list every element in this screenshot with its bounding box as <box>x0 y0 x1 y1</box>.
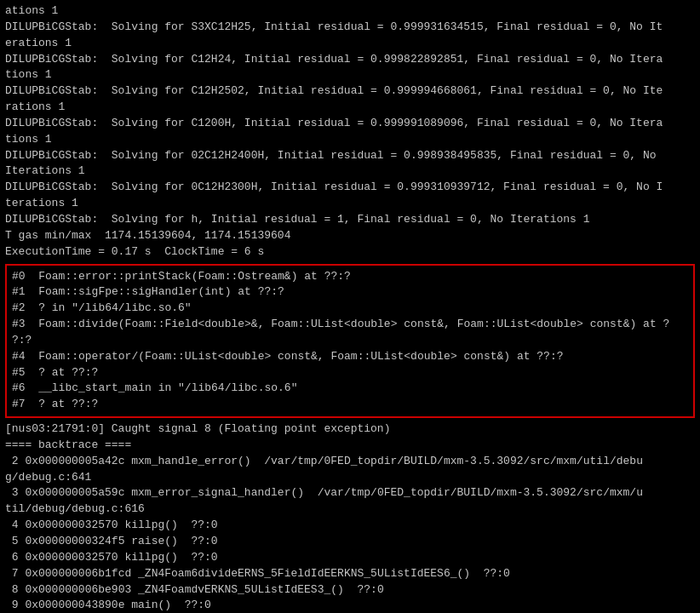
error-line-7: #6 __libc_start_main in "/lib64/libc.so.… <box>12 381 688 397</box>
line-3: erations 1 <box>5 36 695 52</box>
line-7: rations 1 <box>5 100 695 116</box>
signal-line-8: 6 0x000000032570 killpg() ??:0 <box>5 550 695 566</box>
line-8: DILUPBiCGStab: Solving for C1200H, Initi… <box>5 116 695 132</box>
line-10: DILUPBiCGStab: Solving for 02C12H2400H, … <box>5 148 695 164</box>
line-15: T gas min/max 1174.15139604, 1174.151396… <box>5 228 695 244</box>
error-line-4: ?:? <box>12 333 688 349</box>
line-6: DILUPBiCGStab: Solving for C12H2502, Ini… <box>5 83 695 100</box>
signal-line-3: g/debug.c:641 <box>5 470 695 486</box>
line-9: tions 1 <box>5 132 695 148</box>
error-stack-section: #0 Foam::error::printStack(Foam::Ostream… <box>5 264 695 419</box>
signal-line-4: 3 0x000000005a59c mxm_error_signal_handl… <box>5 485 695 501</box>
line-13: terations 1 <box>5 196 695 212</box>
signal-line-5: til/debug/debug.c:616 <box>5 501 695 518</box>
solver-output-section: ations 1 DILUPBiCGStab: Solving for S3XC… <box>5 3 695 261</box>
error-line-2: #2 ? in "/lib64/libc.so.6" <box>12 301 688 317</box>
error-line-1: #1 Foam::sigFpe::sigHandler(int) at ??:? <box>12 284 688 301</box>
signal-line-6: 4 0x000000032570 killpg() ??:0 <box>5 518 695 534</box>
signal-line-7: 5 0x00000000324f5 raise() ??:0 <box>5 534 695 550</box>
signal-line-2: 2 0x000000005a42c mxm_handle_error() /va… <box>5 454 695 470</box>
signal-line-11: 9 0x000000043890e main() ??:0 <box>5 598 695 613</box>
line-1: ations 1 <box>5 3 695 20</box>
line-2: DILUPBiCGStab: Solving for S3XC12H25, In… <box>5 20 695 36</box>
signal-output-section: [nus03:21791:0] Caught signal 8 (Floatin… <box>5 421 695 613</box>
signal-line-9: 7 0x000000006b1fcd _ZN4Foam6divideERNS_5… <box>5 566 695 582</box>
signal-line-0: [nus03:21791:0] Caught signal 8 (Floatin… <box>5 421 695 438</box>
line-11: Iterations 1 <box>5 163 695 180</box>
error-line-3: #3 Foam::divide(Foam::Field<double>&, Fo… <box>12 317 688 333</box>
error-line-0: #0 Foam::error::printStack(Foam::Ostream… <box>12 269 688 285</box>
line-12: DILUPBiCGStab: Solving for 0C12H2300H, I… <box>5 180 695 196</box>
line-4: DILUPBiCGStab: Solving for C12H24, Initi… <box>5 52 695 68</box>
signal-line-1: ==== backtrace ==== <box>5 438 695 454</box>
error-line-6: #5 ? at ??:? <box>12 365 688 381</box>
line-5: tions 1 <box>5 67 695 83</box>
signal-line-10: 8 0x000000006be903 _ZN4FoamdvERKNS_5ULis… <box>5 582 695 599</box>
error-line-8: #7 ? at ??:? <box>12 397 688 413</box>
line-16: ExecutionTime = 0.17 s ClockTime = 6 s <box>5 244 695 261</box>
line-14: DILUPBiCGStab: Solving for h, Initial re… <box>5 212 695 228</box>
error-line-5: #4 Foam::operator/(Foam::UList<double> c… <box>12 349 688 365</box>
terminal-window: ations 1 DILUPBiCGStab: Solving for S3XC… <box>0 0 700 613</box>
